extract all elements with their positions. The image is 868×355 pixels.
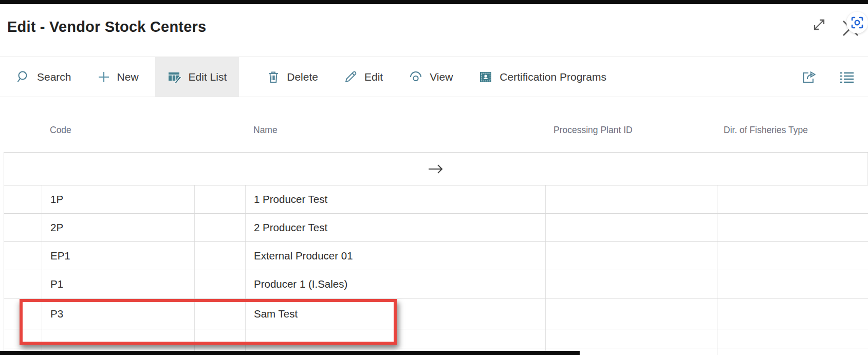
view-button[interactable]: View: [408, 57, 454, 97]
table-row[interactable]: 1P 1 Producer Test: [4, 185, 868, 214]
table-row[interactable]: P1 Producer 1 (I.Sales): [4, 270, 868, 298]
dir-of-fisheries-type-cell[interactable]: [717, 270, 868, 298]
view-label: View: [430, 71, 453, 83]
edit-list-icon: [168, 70, 182, 84]
processing-plant-id-cell[interactable]: [546, 329, 717, 348]
expand-window-icon[interactable]: [810, 15, 828, 34]
top-black-bar: [0, 0, 868, 4]
vendor-stock-centers-window: Edit - Vendor Stock Centers: [0, 0, 868, 355]
certification-programs-label: Certification Programs: [500, 71, 606, 83]
dir-of-fisheries-type-cell[interactable]: [717, 242, 868, 270]
page-title: Edit - Vendor Stock Centers: [7, 18, 206, 35]
dir-of-fisheries-type-cell[interactable]: [717, 214, 868, 241]
dir-of-fisheries-type-cell[interactable]: [717, 298, 868, 329]
toolbar-right-actions: [801, 57, 868, 97]
code-cell[interactable]: 1P: [42, 185, 195, 213]
table-row[interactable]: 2P 2 Producer Test: [4, 214, 868, 242]
search-button[interactable]: Search: [15, 57, 72, 97]
table-row[interactable]: [4, 329, 868, 348]
list-view-icon[interactable]: [839, 70, 855, 84]
column-header-name[interactable]: Name: [245, 119, 545, 140]
processing-plant-id-cell[interactable]: [546, 298, 717, 329]
column-header-processing-plant-id[interactable]: Processing Plant ID: [545, 119, 717, 140]
column-header-dir-of-fisheries-type[interactable]: Dir. of Fisheries Type: [717, 119, 868, 140]
name-cell[interactable]: 2 Producer Test: [246, 214, 546, 241]
edit-label: Edit: [364, 71, 383, 83]
code-cell[interactable]: 2P: [42, 214, 195, 241]
name-cell[interactable]: External Producer 01: [246, 242, 546, 270]
code-cell[interactable]: [42, 329, 195, 348]
delete-button[interactable]: Delete: [266, 57, 319, 97]
share-icon[interactable]: [801, 69, 818, 85]
view-icon: [409, 70, 423, 84]
screenshot-lens-icon: [851, 16, 864, 29]
vendor-stock-centers-table: 027 A456 - Fiskitangi 1P 1 Producer Test…: [4, 152, 868, 355]
name-cell[interactable]: Sam Test: [246, 298, 546, 329]
column-header-code[interactable]: Code: [42, 119, 194, 140]
pencil-icon: [344, 70, 358, 84]
selected-row-indicator: [4, 153, 868, 185]
trash-icon: [267, 70, 280, 84]
delete-label: Delete: [287, 71, 318, 83]
action-toolbar: Search New Edit List: [0, 57, 868, 97]
table-row[interactable]: 027 A456 - Fiskitangi: [4, 153, 868, 185]
certificate-icon: [478, 70, 493, 84]
screenshot-tool-overlay[interactable]: [846, 12, 868, 33]
code-cell[interactable]: EP1: [42, 242, 195, 270]
new-label: New: [117, 71, 139, 83]
edit-button[interactable]: Edit: [343, 57, 384, 97]
edit-list-label: Edit List: [189, 71, 227, 83]
search-icon: [16, 70, 30, 84]
processing-plant-id-cell[interactable]: [546, 185, 717, 213]
code-cell[interactable]: P3: [42, 298, 195, 329]
edit-list-button[interactable]: Edit List: [155, 57, 239, 97]
titlebar: Edit - Vendor Stock Centers: [0, 4, 868, 57]
row-arrow-icon: [427, 163, 445, 175]
processing-plant-id-cell[interactable]: [546, 214, 717, 241]
table-header-row: Code Name Processing Plant ID Dir. of Fi…: [4, 119, 868, 140]
processing-plant-id-cell[interactable]: [546, 270, 717, 298]
certification-programs-button[interactable]: Certification Programs: [477, 57, 607, 97]
bottom-black-bar: [0, 351, 580, 355]
processing-plant-id-cell[interactable]: [546, 242, 717, 270]
table-row[interactable]: EP1 External Producer 01: [4, 242, 868, 270]
code-cell[interactable]: P1: [42, 270, 195, 298]
name-cell[interactable]: [246, 329, 546, 348]
search-label: Search: [37, 71, 71, 83]
name-cell[interactable]: Producer 1 (I.Sales): [246, 270, 546, 298]
dir-of-fisheries-type-cell[interactable]: [717, 329, 868, 348]
table-row-highlighted[interactable]: P3 Sam Test: [4, 298, 868, 329]
dir-of-fisheries-type-cell[interactable]: [717, 185, 868, 213]
plus-icon: [97, 70, 110, 84]
name-cell[interactable]: 1 Producer Test: [246, 185, 546, 213]
new-button[interactable]: New: [96, 57, 140, 97]
